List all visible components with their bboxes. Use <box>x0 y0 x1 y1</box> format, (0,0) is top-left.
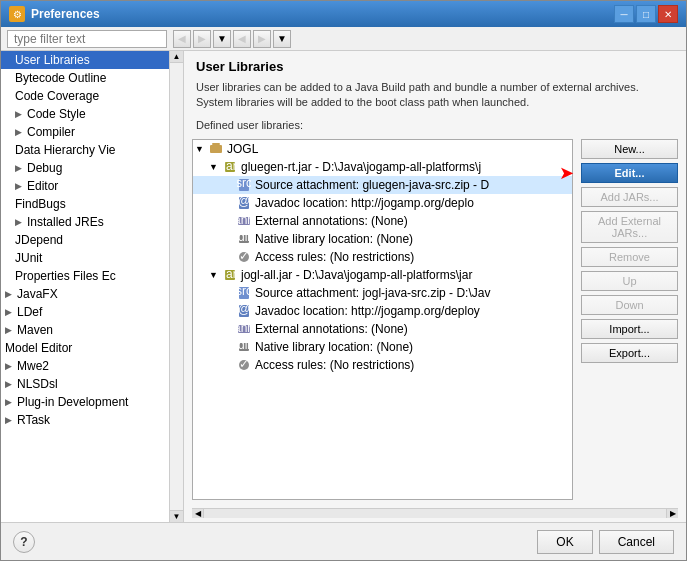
tree-item-mwe2[interactable]: ▶ Mwe2 <box>1 357 169 375</box>
lib-tree-jogl-access[interactable]: ✓ Access rules: (No restrictions) <box>193 356 572 374</box>
left-scrollbar[interactable]: ▲ ▼ <box>169 51 183 522</box>
tree-item-nlsdsl[interactable]: ▶ NLSDsl <box>1 375 169 393</box>
src-icon: src <box>236 285 252 301</box>
tree-item-maven[interactable]: ▶ Maven <box>1 321 169 339</box>
lib-tree-gluegen-javadoc[interactable]: @ Javadoc location: http://jogamp.org/de… <box>193 194 572 212</box>
up-button[interactable]: Up <box>581 271 678 291</box>
tree-item-jdepend[interactable]: JDepend <box>1 231 169 249</box>
tree-item-javafx[interactable]: ▶ JavaFX <box>1 285 169 303</box>
scroll-up-button[interactable]: ▲ <box>170 51 183 63</box>
tree-item-compiler[interactable]: ▶ Compiler <box>1 123 169 141</box>
remove-button[interactable]: Remove <box>581 247 678 267</box>
lib-label: Access rules: (No restrictions) <box>255 358 414 372</box>
item-label: Model Editor <box>5 341 72 355</box>
dropdown2-button[interactable]: ▼ <box>273 30 291 48</box>
tree-item-debug[interactable]: ▶ Debug <box>1 159 169 177</box>
lib-tree-jogl-src[interactable]: src Source attachment: jogl-java-src.zip… <box>193 284 572 302</box>
item-label: LDef <box>17 305 42 319</box>
red-arrow-icon: ➤ <box>559 164 574 182</box>
lib-label: Source attachment: gluegen-java-src.zip … <box>255 178 489 192</box>
svg-text:@: @ <box>238 304 250 316</box>
lib-tree-jogl[interactable]: ▼ JOGL <box>193 140 572 158</box>
search-input[interactable] <box>7 30 167 48</box>
src-icon: src <box>236 177 252 193</box>
dropdown-button[interactable]: ▼ <box>213 30 231 48</box>
svg-text:✓: ✓ <box>239 358 249 371</box>
left-scroll-area: User Libraries Bytecode Outline Code Cov… <box>1 51 183 522</box>
lib-tree-jogl-ext[interactable]: ann External annotations: (None) <box>193 320 572 338</box>
new-button[interactable]: New... <box>581 139 678 159</box>
lib-label: Native library location: (None) <box>255 340 413 354</box>
library-tree[interactable]: ▼ JOGL ▼ jar gluegen-rt.jar - D:\Java\jo… <box>192 139 573 500</box>
doc-icon: @ <box>236 195 252 211</box>
tree-item-model-editor[interactable]: Model Editor <box>1 339 169 357</box>
lib-tree-gluegen-src[interactable]: src Source attachment: gluegen-java-src.… <box>193 176 572 194</box>
forward2-button[interactable]: ▶ <box>253 30 271 48</box>
tree-item-ldef[interactable]: ▶ LDef <box>1 303 169 321</box>
tree-item-user-libraries[interactable]: User Libraries <box>1 51 169 69</box>
add-external-jars-button[interactable]: Add External JARs... <box>581 211 678 243</box>
svg-text:ann: ann <box>237 214 251 227</box>
tree-item-code-style[interactable]: ▶ Code Style <box>1 105 169 123</box>
expand-icon: ▼ <box>209 162 219 172</box>
scroll-down-button[interactable]: ▼ <box>170 510 183 522</box>
tree-item-rtask[interactable]: ▶ RTask <box>1 411 169 429</box>
lib-tree-gluegen-rt[interactable]: ▼ jar gluegen-rt.jar - D:\Java\jogamp-al… <box>193 158 572 176</box>
main-content: User Libraries Bytecode Outline Code Cov… <box>1 51 686 522</box>
ok-button[interactable]: OK <box>537 530 592 554</box>
lib-label: JOGL <box>227 142 258 156</box>
import-button[interactable]: Import... <box>581 319 678 339</box>
close-button[interactable]: ✕ <box>658 5 678 23</box>
back2-button[interactable]: ◀ <box>233 30 251 48</box>
scroll-right-btn[interactable]: ▶ <box>666 509 678 518</box>
minimize-button[interactable]: ─ <box>614 5 634 23</box>
tree-item-bytecode-outline[interactable]: Bytecode Outline <box>1 69 169 87</box>
app-icon: ⚙ <box>9 6 25 22</box>
jar-icon: jar <box>222 267 238 283</box>
item-label: Code Coverage <box>15 89 99 103</box>
access-icon: ✓ <box>236 357 252 373</box>
expand-arrow: ▶ <box>5 361 15 371</box>
back-button[interactable]: ◀ <box>173 30 191 48</box>
panel-header: User Libraries User libraries can be add… <box>184 51 686 139</box>
forward-button[interactable]: ▶ <box>193 30 211 48</box>
lib-tree-jogl-all[interactable]: ▼ jar jogl-all.jar - D:\Java\jogamp-all-… <box>193 266 572 284</box>
tree-item-code-coverage[interactable]: Code Coverage <box>1 87 169 105</box>
edit-button[interactable]: Edit... <box>581 163 678 183</box>
buttons-column: New... Edit... ➤ Add JARs... Add Externa… <box>573 139 678 500</box>
cancel-button[interactable]: Cancel <box>599 530 674 554</box>
lib-tree-gluegen-ext[interactable]: ann External annotations: (None) <box>193 212 572 230</box>
item-label: Properties Files Ec <box>15 269 116 283</box>
title-bar-left: ⚙ Preferences <box>9 6 100 22</box>
expand-arrow: ▶ <box>5 289 15 299</box>
scroll-left-btn[interactable]: ◀ <box>192 509 204 518</box>
tree-item-properties-files[interactable]: Properties Files Ec <box>1 267 169 285</box>
down-button[interactable]: Down <box>581 295 678 315</box>
lib-tree-jogl-native[interactable]: dll Native library location: (None) <box>193 338 572 356</box>
tree-item-plugin-development[interactable]: ▶ Plug-in Development <box>1 393 169 411</box>
expand-icon: ▼ <box>209 270 219 280</box>
lib-label: Source attachment: jogl-java-src.zip - D… <box>255 286 490 300</box>
tree-item-data-hierarchy[interactable]: Data Hierarchy Vie <box>1 141 169 159</box>
maximize-button[interactable]: □ <box>636 5 656 23</box>
tree-item-installed-jres[interactable]: ▶ Installed JREs <box>1 213 169 231</box>
svg-text:@: @ <box>238 196 250 208</box>
help-button[interactable]: ? <box>13 531 35 553</box>
nav-arrows: ◀ ▶ ▼ ◀ ▶ ▼ <box>173 30 291 48</box>
svg-text:ann: ann <box>237 322 251 335</box>
lib-tree-jogl-javadoc[interactable]: @ Javadoc location: http://jogamp.org/de… <box>193 302 572 320</box>
item-label: Maven <box>17 323 53 337</box>
lib-label: External annotations: (None) <box>255 322 408 336</box>
item-label: JUnit <box>15 251 42 265</box>
lib-tree-gluegen-native[interactable]: dll Native library location: (None) <box>193 230 572 248</box>
lib-tree-gluegen-access[interactable]: ✓ Access rules: (No restrictions) <box>193 248 572 266</box>
export-button[interactable]: Export... <box>581 343 678 363</box>
svg-text:jar: jar <box>223 160 237 173</box>
tree-item-editor[interactable]: ▶ Editor <box>1 177 169 195</box>
tree-hscrollbar[interactable]: ◀ ▶ <box>192 508 678 518</box>
add-jars-button[interactable]: Add JARs... <box>581 187 678 207</box>
item-label: FindBugs <box>15 197 66 211</box>
tree-item-findbugs[interactable]: FindBugs <box>1 195 169 213</box>
panel-subtitle: Defined user libraries: <box>196 119 674 131</box>
tree-item-junit[interactable]: JUnit <box>1 249 169 267</box>
